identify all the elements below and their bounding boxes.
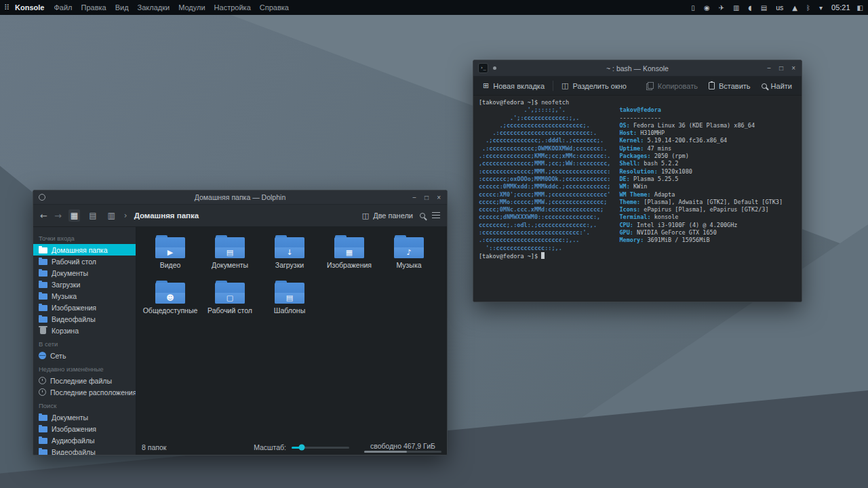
paste-button[interactable]: Вставить: [706, 82, 753, 90]
folder-item-images[interactable]: ▦ Изображения: [319, 235, 379, 281]
forward-button[interactable]: →: [54, 211, 62, 221]
places-section-header: Недавно изменённые: [33, 361, 136, 375]
terminal[interactable]: [takov@fedora ~]$ neofetch .',;::::;,'. …: [473, 96, 802, 302]
folder-item-templates[interactable]: ▤ Шаблоны: [260, 281, 319, 326]
button-label: Копировать: [658, 82, 698, 90]
menu-file[interactable]: Файл: [54, 3, 72, 12]
konsole-titlebar[interactable]: ›_ ~ : bash — Konsole − □ ×: [473, 60, 802, 77]
toolbar-separator: [553, 81, 553, 91]
split-view-icon: ◫: [362, 211, 369, 220]
sidebar-item-label: Последние файлы: [50, 377, 112, 385]
folder-item-video[interactable]: ▶ Видео: [140, 235, 200, 281]
sidebar-item-recent-files[interactable]: Последние файлы: [33, 375, 136, 386]
sidebar-item-videos[interactable]: Видеофайлы: [33, 313, 136, 325]
clock[interactable]: 05:21: [831, 3, 850, 12]
free-space-bar: [364, 451, 441, 453]
view-icons-button[interactable]: ▦: [68, 209, 80, 222]
view-details-button[interactable]: ▥: [106, 209, 117, 222]
maximize-button[interactable]: □: [779, 64, 783, 72]
menu-help[interactable]: Справка: [260, 3, 289, 12]
sidebar-item-search-videos[interactable]: Видеофайлы: [33, 446, 136, 455]
sidebar-item-desktop[interactable]: Рабочий стол: [33, 256, 136, 267]
split-view-button[interactable]: ◫ Две панели: [362, 211, 413, 220]
sidebar-item-search-audio[interactable]: Аудиофайлы: [33, 434, 136, 446]
free-space-label: свободно 467,9 ГиБ: [364, 442, 441, 450]
appmenu-app-name[interactable]: Konsole: [15, 3, 44, 12]
sidebar-item-pictures[interactable]: Изображения: [33, 302, 136, 313]
status-dot: [493, 66, 496, 70]
panel-settings-icon[interactable]: ◧: [857, 4, 863, 12]
dolphin-titlebar[interactable]: Домашняя папка — Dolphin − □ ×: [33, 190, 447, 205]
folder-icon: [39, 247, 47, 253]
document-emblem-icon: ▤: [226, 249, 233, 256]
telegram-icon[interactable]: ✈: [719, 4, 724, 12]
expand-caret-icon[interactable]: ▾: [819, 4, 823, 12]
sidebar-item-documents[interactable]: Документы: [33, 267, 136, 279]
close-button[interactable]: ×: [437, 194, 441, 201]
folder-icon: [39, 282, 47, 288]
clock-icon: [39, 388, 46, 396]
menu-plugins[interactable]: Модули: [178, 3, 205, 12]
places-section-header: Точки входа: [33, 230, 136, 244]
zoom-slider-knob[interactable]: [299, 445, 305, 451]
sidebar-item-trash[interactable]: Корзина: [33, 325, 136, 336]
app-launcher-icon[interactable]: ⠿: [4, 3, 9, 12]
folder-item-desktop[interactable]: ▢ Рабочий стол: [200, 281, 260, 326]
breadcrumb[interactable]: Домашняя папка: [134, 211, 199, 220]
folder-item-music[interactable]: ♪ Музыка: [379, 235, 439, 281]
dolphin-toolbar: ← → ▦ ▤ ▥ › Домашняя папка ◫ Две панели: [33, 205, 447, 227]
sidebar-item-label: Аудиофайлы: [52, 436, 95, 445]
sidebar-item-search-images[interactable]: Изображения: [33, 423, 136, 434]
breadcrumb-chevron-icon: ›: [124, 211, 127, 220]
sidebar-item-downloads[interactable]: Загрузки: [33, 279, 136, 290]
terminal-prompt-line: [takov@fedora ~]$: [479, 252, 796, 260]
find-button[interactable]: Найти: [759, 82, 795, 90]
hamburger-menu-button[interactable]: [432, 212, 440, 219]
folder-view[interactable]: ▶ Видео ▤ Документы ↓ Загрузки ▦ Изображ…: [136, 227, 447, 455]
top-panel: ⠿ Konsole Файл Правка Вид Закладки Модул…: [0, 0, 868, 15]
maximize-button[interactable]: □: [425, 194, 429, 201]
sidebar-item-music[interactable]: Музыка: [33, 290, 136, 302]
view-compact-button[interactable]: ▤: [87, 209, 98, 222]
keyboard-layout-indicator[interactable]: us: [776, 3, 783, 12]
sidebar-item-label: Домашняя папка: [52, 246, 108, 254]
folder-item-public[interactable]: ☻ Общедоступные: [140, 281, 200, 326]
display-icon[interactable]: ▥: [733, 4, 739, 12]
close-button[interactable]: ×: [791, 64, 795, 72]
menu-settings[interactable]: Настройка: [214, 3, 251, 12]
folder-icon: [39, 293, 47, 300]
search-button[interactable]: [420, 213, 425, 218]
split-window-button[interactable]: ◫ Разделить окно: [559, 81, 629, 90]
sidebar-item-recent-locations[interactable]: Последние расположения: [33, 386, 136, 398]
sidebar-item-label: Музыка: [52, 292, 77, 300]
media-player-icon[interactable]: ◉: [704, 4, 710, 12]
sidebar-item-network[interactable]: Сеть: [33, 350, 136, 361]
volume-icon[interactable]: ◖: [748, 4, 751, 12]
minimize-button[interactable]: −: [412, 194, 416, 201]
menu-edit[interactable]: Правка: [81, 3, 106, 12]
minimize-button[interactable]: −: [767, 64, 771, 72]
sidebar-item-label: Изображения: [52, 304, 96, 312]
window-controls: − □ ×: [412, 194, 447, 201]
new-tab-button[interactable]: ⊞ Новая вкладка: [480, 81, 547, 90]
clipboard-icon[interactable]: ▤: [761, 4, 767, 12]
menu-view[interactable]: Вид: [115, 3, 129, 12]
sidebar-item-home[interactable]: Домашняя папка: [33, 244, 136, 256]
zoom-slider[interactable]: [292, 447, 349, 449]
sidebar-item-label: Загрузки: [52, 281, 80, 289]
bluetooth-icon[interactable]: ᛒ: [806, 4, 810, 12]
menu-bookmarks[interactable]: Закладки: [138, 3, 170, 12]
copy-button[interactable]: Копировать: [644, 82, 701, 90]
neofetch-line: Theme: [Plasma], Adwaita [GTK2], Default…: [619, 199, 783, 206]
neofetch-line: Packages: 2050 (rpm): [619, 152, 783, 160]
back-button[interactable]: ←: [40, 211, 47, 221]
neofetch-output: .',;::::;,'. .';:cccccccccccc:;,. .;cccc…: [479, 106, 796, 252]
folder-item-documents[interactable]: ▤ Документы: [200, 235, 260, 281]
wifi-icon[interactable]: ▲: [792, 4, 797, 12]
phone-icon[interactable]: ▯: [691, 4, 695, 12]
folder-item-downloads[interactable]: ↓ Загрузки: [260, 235, 319, 281]
folder-icon: ▦: [334, 235, 364, 258]
sidebar-item-search-documents[interactable]: Документы: [33, 411, 136, 423]
sidebar-item-label: Сеть: [50, 352, 66, 360]
shell-prompt: [takov@fedora ~]$: [479, 253, 538, 260]
